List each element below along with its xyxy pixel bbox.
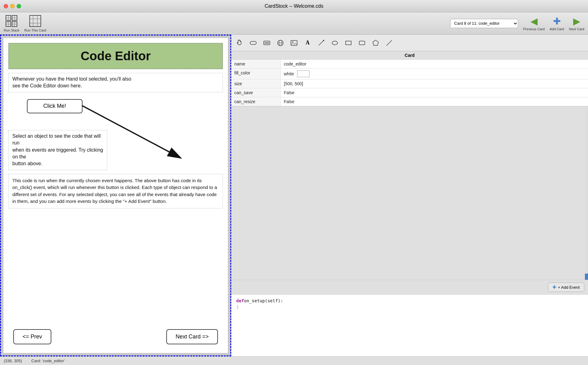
code-line-number: 1 bbox=[236, 304, 239, 309]
window-title: CardStock -- Welcome.cds bbox=[265, 3, 323, 9]
statusbar: (336, 305) Card: 'code_editor' bbox=[0, 356, 588, 365]
run-stack-icon bbox=[5, 15, 18, 27]
card-selector-dropdown[interactable]: Card 8 of 11: code_editor bbox=[450, 19, 518, 28]
card-text-2: Select an object to see the code that wi… bbox=[8, 130, 107, 170]
properties-panel: Card name code_editor fill_color white s… bbox=[231, 51, 588, 107]
card-navigation: <= Prev Next Card => bbox=[8, 326, 223, 348]
props-section-title: Card bbox=[231, 51, 588, 60]
right-panel: A Card name code_e bbox=[231, 35, 588, 356]
run-stack-label: Run Stack bbox=[4, 28, 19, 32]
svg-rect-19 bbox=[250, 41, 256, 44]
ellipse-tool[interactable] bbox=[329, 37, 341, 49]
svg-rect-20 bbox=[264, 41, 270, 45]
tools-bar: A bbox=[231, 35, 588, 51]
image-tool[interactable] bbox=[288, 37, 300, 49]
code-line-1: def on_setup(self): bbox=[236, 298, 583, 304]
props-key-name: name bbox=[231, 60, 281, 68]
svg-point-34 bbox=[332, 41, 338, 45]
main-area: Code Editor Whenever you have the Hand t… bbox=[0, 35, 588, 356]
props-row-fill_color: fill_color white bbox=[231, 69, 588, 79]
svg-line-32 bbox=[319, 40, 324, 45]
add-card-icon: ✚ bbox=[553, 16, 561, 27]
rounded-rect-tool[interactable] bbox=[247, 37, 259, 49]
props-key-can_save: can_save bbox=[231, 88, 281, 97]
svg-line-38 bbox=[386, 40, 392, 46]
previous-card-icon: ◀ bbox=[530, 16, 538, 27]
keyboard-tool[interactable] bbox=[261, 37, 273, 49]
window-controls bbox=[4, 4, 21, 8]
minimize-button[interactable] bbox=[10, 4, 15, 8]
props-val-name: code_editor bbox=[281, 60, 588, 68]
pen-tool[interactable] bbox=[315, 37, 327, 49]
card-text-3: This code is run when the currently chos… bbox=[8, 174, 223, 208]
click-me-button[interactable]: Click Me! bbox=[27, 99, 83, 113]
add-event-label: + Add Event bbox=[558, 285, 580, 290]
close-button[interactable] bbox=[4, 4, 8, 8]
props-row-size: size [500, 500] bbox=[231, 79, 588, 88]
svg-point-31 bbox=[292, 41, 293, 43]
rect-tool[interactable] bbox=[343, 37, 354, 49]
maximize-button[interactable] bbox=[17, 4, 21, 8]
scrollbar-thumb[interactable] bbox=[585, 274, 588, 280]
next-card-button[interactable]: ▶ Next Card bbox=[569, 16, 584, 31]
code-def-keyword: def bbox=[236, 298, 244, 303]
run-card-label: Run This Card bbox=[24, 28, 46, 32]
previous-card-label: Previous Card bbox=[523, 27, 545, 31]
props-val-can_save: False bbox=[281, 88, 588, 97]
next-card-label: Next Card bbox=[569, 27, 584, 31]
card-title: Code Editor bbox=[8, 43, 223, 69]
props-val-size: [500, 500] bbox=[281, 79, 588, 88]
polygon-tool[interactable] bbox=[370, 37, 381, 49]
line-tool[interactable] bbox=[383, 37, 395, 49]
next-card-icon: ▶ bbox=[573, 16, 580, 27]
titlebar: CardStock -- Welcome.cds bbox=[0, 0, 588, 12]
card-panel: Code Editor Whenever you have the Hand t… bbox=[0, 35, 231, 356]
inspector-scrollbar[interactable] bbox=[585, 107, 588, 280]
svg-marker-37 bbox=[373, 40, 378, 45]
props-row-can_save: can_save False bbox=[231, 88, 588, 97]
run-card-icon bbox=[29, 15, 41, 27]
props-key-size: size bbox=[231, 79, 281, 88]
toolbar: Run Stack Run This Card Card 8 of 11: co… bbox=[0, 12, 588, 35]
hand-tool[interactable] bbox=[234, 37, 245, 49]
props-key-can_resize: can_resize bbox=[231, 97, 281, 106]
props-rows: name code_editor fill_color white size [… bbox=[231, 60, 588, 106]
add-event-bar: ✚ + Add Event bbox=[231, 280, 588, 295]
web-tool[interactable] bbox=[275, 37, 286, 49]
card-text-1: Whenever you have the Hand tool selected… bbox=[8, 73, 223, 92]
add-event-plus-icon: ✚ bbox=[552, 284, 556, 290]
run-stack-button[interactable]: Run Stack bbox=[4, 15, 19, 32]
svg-rect-36 bbox=[359, 41, 365, 45]
svg-point-33 bbox=[323, 40, 324, 41]
statusbar-card-name: Card: 'code_editor' bbox=[31, 359, 65, 363]
props-val-fill_color[interactable]: white bbox=[281, 69, 588, 79]
text-tool[interactable]: A bbox=[302, 37, 313, 49]
add-card-button[interactable]: ✚ Add Card bbox=[550, 16, 564, 31]
svg-rect-35 bbox=[346, 41, 351, 45]
inspector-area: ✚ + Add Event def on_setup(self): 1 bbox=[231, 107, 588, 356]
code-area[interactable]: def on_setup(self): 1 bbox=[231, 295, 588, 356]
card-canvas: Code Editor Whenever you have the Hand t… bbox=[3, 38, 228, 353]
props-key-fill_color: fill_color bbox=[231, 69, 281, 79]
code-function-name: on_setup(self): bbox=[244, 298, 283, 303]
run-card-button[interactable]: Run This Card bbox=[24, 15, 46, 32]
roundrect-small-tool[interactable] bbox=[356, 37, 368, 49]
svg-rect-12 bbox=[30, 15, 41, 27]
add-card-label: Add Card bbox=[550, 27, 564, 31]
svg-rect-30 bbox=[291, 40, 297, 45]
props-row-can_resize: can_resize False bbox=[231, 97, 588, 106]
color-swatch[interactable] bbox=[297, 70, 309, 77]
card-selector-area: Card 8 of 11: code_editor bbox=[450, 19, 518, 28]
props-val-can_resize: False bbox=[281, 97, 588, 106]
props-row-name: name code_editor bbox=[231, 60, 588, 69]
arrow-area: Click Me! Select an object to see the co… bbox=[8, 96, 223, 170]
add-event-button[interactable]: ✚ + Add Event bbox=[548, 283, 584, 292]
code-line-2: 1 bbox=[236, 304, 583, 310]
next-card-btn[interactable]: Next Card => bbox=[166, 329, 218, 344]
previous-card-button[interactable]: ◀ Previous Card bbox=[523, 16, 545, 31]
statusbar-coords: (336, 305) bbox=[4, 359, 22, 363]
prev-card-btn[interactable]: <= Prev bbox=[13, 329, 51, 344]
